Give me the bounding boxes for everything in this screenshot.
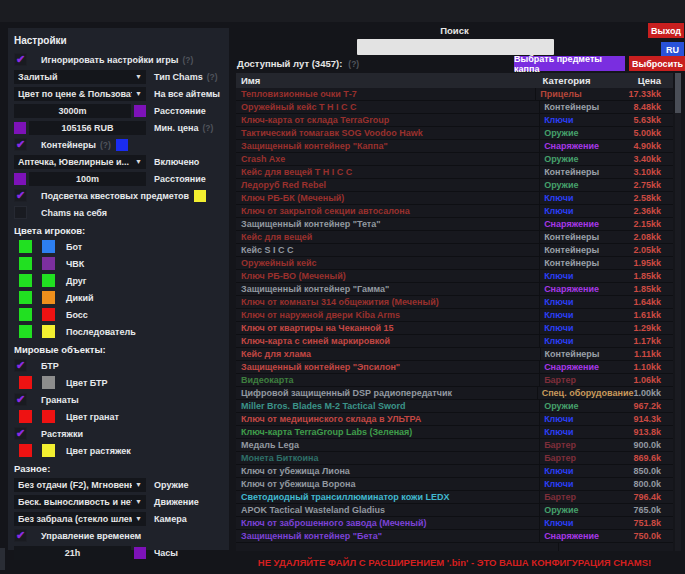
help-icon[interactable]: (?) bbox=[348, 59, 359, 69]
setting-row-swatchpair: Цвет растяжек bbox=[12, 442, 225, 459]
text-input[interactable]: 3000m bbox=[14, 104, 131, 118]
table-scrollbar[interactable] bbox=[675, 73, 681, 551]
table-row[interactable]: Ключ от убежища ВоронаКлючи800.0k bbox=[236, 478, 673, 491]
color-swatch[interactable] bbox=[134, 547, 146, 559]
table-row[interactable]: Ключ от медицинского склада в УЛЬТРАКлюч… bbox=[236, 413, 673, 426]
table-row[interactable]: ВидеокартаБартер1.06kk bbox=[236, 374, 673, 387]
help-icon[interactable]: (?) bbox=[100, 140, 111, 150]
table-row[interactable] bbox=[236, 543, 673, 551]
drop-all-button[interactable]: Выбросить все bbox=[629, 56, 685, 71]
table-row[interactable]: Miller Bros. Blades M-2 Tactical SwordОр… bbox=[236, 400, 673, 413]
color-swatch[interactable] bbox=[42, 410, 55, 423]
dropdown[interactable]: Беск. выносливость и нет уста:▼ bbox=[14, 495, 146, 509]
table-row[interactable]: Ключ-карта с синей маркировкойКлючи1.17k… bbox=[236, 335, 673, 348]
table-row[interactable]: Ключ от комнаты 314 общежития (Меченый)К… bbox=[236, 296, 673, 309]
table-row[interactable]: Ключ от закрытой секции автосалонаКлючи2… bbox=[236, 205, 673, 218]
checkbox[interactable]: ✔ bbox=[14, 138, 27, 151]
column-header-category[interactable]: Категория bbox=[543, 75, 638, 86]
color-swatch[interactable] bbox=[42, 257, 55, 270]
table-row[interactable]: Ключ от наружной двери Kiba ArmsКлючи1.6… bbox=[236, 309, 673, 322]
color-swatch[interactable] bbox=[42, 291, 55, 304]
table-row[interactable]: Кейс S I C CКонтейнеры2.05kk bbox=[236, 244, 673, 257]
table-row[interactable]: Защищенный контейнер "Тета"Снаряжение2.1… bbox=[236, 218, 673, 231]
checkbox[interactable]: ✔ bbox=[14, 393, 27, 406]
color-swatch[interactable] bbox=[19, 376, 32, 389]
checkbox[interactable]: ✔ bbox=[14, 427, 27, 440]
table-row[interactable]: Ключ от квартиры на Чеканной 15Ключи1.29… bbox=[236, 322, 673, 335]
color-swatch[interactable] bbox=[42, 325, 55, 338]
color-swatch[interactable] bbox=[19, 308, 32, 321]
checkbox[interactable]: ✔ bbox=[14, 189, 27, 202]
color-swatch[interactable] bbox=[19, 240, 32, 253]
help-icon[interactable]: (?) bbox=[202, 123, 213, 133]
color-swatch[interactable] bbox=[14, 173, 26, 185]
dropdown[interactable]: Залитый▼ bbox=[14, 70, 146, 84]
loot-count-title: Доступный лут (3457): bbox=[237, 58, 342, 69]
window-edge-handle[interactable] bbox=[0, 548, 5, 570]
color-swatch[interactable] bbox=[19, 291, 32, 304]
dropdown[interactable]: Аптечка, Ювелирные и...▼ bbox=[14, 155, 146, 169]
checkbox[interactable]: ✔ bbox=[14, 359, 27, 372]
color-swatch[interactable] bbox=[14, 122, 26, 134]
color-swatch[interactable] bbox=[42, 376, 55, 389]
column-header-name[interactable]: Имя bbox=[236, 75, 543, 86]
color-swatch[interactable] bbox=[194, 190, 206, 202]
color-swatch[interactable] bbox=[42, 274, 55, 287]
color-swatch[interactable] bbox=[116, 139, 128, 151]
table-row[interactable]: Оружейный кейс T H I C CКонтейнеры8.48kk bbox=[236, 101, 673, 114]
color-swatch[interactable] bbox=[42, 240, 55, 253]
table-row[interactable]: Тактический томагавк SOG Voodoo HawkОруж… bbox=[236, 127, 673, 140]
table-row[interactable]: Ключ РБ-ВО (Меченый)Ключи1.85kk bbox=[236, 270, 673, 283]
color-swatch[interactable] bbox=[42, 444, 55, 457]
table-row[interactable]: APOK Tactical Wasteland GladiusОружие765… bbox=[236, 504, 673, 517]
text-input[interactable]: 105156 RUB bbox=[29, 121, 146, 135]
table-row[interactable]: Защищенный контейнер "Гамма"Снаряжение1.… bbox=[236, 283, 673, 296]
table-row[interactable]: Медаль LegaБартер900.0k bbox=[236, 439, 673, 452]
table-row[interactable]: Ледоруб Red RebelОружие2.75kk bbox=[236, 179, 673, 192]
scrollbar-thumb[interactable] bbox=[675, 73, 681, 113]
table-row[interactable]: Ключ РБ-БК (Меченый)Ключи2.58kk bbox=[236, 192, 673, 205]
setting-row-dropdown: Залитый▼Тип Chams(?) bbox=[12, 68, 225, 85]
checkbox[interactable]: ✔ bbox=[14, 53, 27, 66]
dropdown[interactable]: Без забрала (стекло шлема)▼ bbox=[14, 512, 146, 526]
color-swatch[interactable] bbox=[19, 274, 32, 287]
column-header-price[interactable]: Цена bbox=[638, 75, 673, 86]
table-row[interactable]: Защищенный контейнер "Каппа"Снаряжение4.… bbox=[236, 140, 673, 153]
text-input[interactable]: 100m bbox=[29, 172, 146, 186]
table-row[interactable]: Ключ-карта TerraGroup Labs (Зеленая)Ключ… bbox=[236, 426, 673, 439]
item-price: 2.05kk bbox=[633, 245, 673, 255]
color-swatch[interactable] bbox=[19, 325, 32, 338]
table-row[interactable]: Ключ-карта от склада TerraGroupКлючи5.63… bbox=[236, 114, 673, 127]
checkbox[interactable]: ✔ bbox=[14, 529, 27, 542]
table-row[interactable]: Тепловизионные очки Т-7Прицелы17.33kk bbox=[236, 88, 673, 101]
dropdown[interactable]: Без отдачи (F2), Мгновенное п▼ bbox=[14, 478, 146, 492]
checkbox[interactable] bbox=[14, 206, 27, 219]
item-price: 8.48kk bbox=[633, 102, 673, 112]
table-row[interactable]: Защищенный контейнер "Бета"Снаряжение750… bbox=[236, 530, 673, 543]
table-row[interactable]: Защищенный контейнер "Эпсилон"Снаряжение… bbox=[236, 361, 673, 374]
table-row[interactable]: Монета БиткоинаБартер869.6k bbox=[236, 452, 673, 465]
table-row[interactable]: Ключ от убежища ЛионаКлючи850.0k bbox=[236, 465, 673, 478]
text-input[interactable]: 21h bbox=[14, 546, 131, 560]
color-swatch[interactable] bbox=[19, 444, 32, 457]
select-kappa-items-button[interactable]: Выбрать предметы каппа bbox=[514, 56, 625, 71]
language-button[interactable]: RU bbox=[661, 42, 684, 57]
table-row[interactable]: Светодиодный трансиллюминатор кожи LEDXБ… bbox=[236, 491, 673, 504]
exit-button[interactable]: Выход bbox=[648, 23, 684, 38]
color-swatch[interactable] bbox=[134, 105, 146, 117]
setting-row-swatchpair: Бот bbox=[12, 238, 225, 255]
table-row[interactable]: Кейс для вещей T H I C CКонтейнеры3.10kk bbox=[236, 166, 673, 179]
color-swatch[interactable] bbox=[19, 257, 32, 270]
table-row[interactable]: Crash AxeОружие3.40kk bbox=[236, 153, 673, 166]
table-row[interactable]: Кейс для хламаКонтейнеры1.11kk bbox=[236, 348, 673, 361]
table-row[interactable]: Кейс для вещейКонтейнеры2.08kk bbox=[236, 231, 673, 244]
color-swatch[interactable] bbox=[19, 410, 32, 423]
color-swatch[interactable] bbox=[42, 308, 55, 321]
dropdown[interactable]: Цвет по цене & Пользователь▼ bbox=[14, 87, 146, 101]
table-row[interactable]: Ключ от заброшенного завода (Меченый)Клю… bbox=[236, 517, 673, 530]
settings-rows: ✔Игнорировать настройки игры(?)Залитый▼Т… bbox=[12, 51, 225, 561]
table-row[interactable]: Оружейный кейсКонтейнеры1.95kk bbox=[236, 257, 673, 270]
help-icon[interactable]: (?) bbox=[207, 72, 218, 82]
help-icon[interactable]: (?) bbox=[182, 55, 193, 65]
table-row[interactable]: Цифровой защищенный DSP радиопередатчикС… bbox=[236, 387, 673, 400]
